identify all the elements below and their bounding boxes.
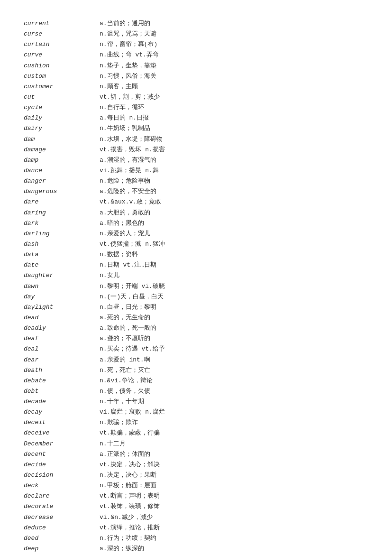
word-definition: vt.切，割，剪；减少	[100, 92, 368, 102]
list-item: decreasevi.&n.减少，减少	[24, 513, 368, 522]
word-term: custom	[24, 72, 100, 81]
word-term: day	[24, 292, 100, 302]
word-term: dance	[24, 166, 100, 176]
list-item: dailya.每日的 n.日报	[24, 113, 368, 123]
word-definition: a.当前的；通用的	[100, 19, 368, 28]
word-term: daylight	[24, 303, 100, 312]
word-definition: n.买卖；待遇 vt.给予	[100, 344, 368, 354]
list-item: curven.曲线；弯 vt.弄弯	[24, 50, 368, 60]
list-item: customn.习惯，风俗；海关	[24, 72, 368, 81]
word-definition: vi.&n.减少，减少	[100, 513, 368, 522]
word-term: dare	[24, 197, 100, 207]
word-term: dawn	[24, 282, 100, 291]
word-definition: n.甲板；舱面；层面	[100, 481, 368, 490]
word-definition: vt.&aux.v.敢；竟敢	[100, 197, 368, 207]
word-definition: a.聋的；不愿听的	[100, 334, 368, 343]
list-item: datan.数据；资料	[24, 250, 368, 259]
word-definition: n.自行车，循环	[100, 103, 368, 112]
list-item: decidevt.决定，决心；解决	[24, 460, 368, 470]
list-item: deducevt.演绎，推论，推断	[24, 523, 368, 533]
word-term: danger	[24, 176, 100, 186]
word-term: customer	[24, 82, 100, 92]
list-item: deada.死的，无生命的	[24, 313, 368, 323]
word-term: deal	[24, 344, 100, 354]
word-term: damage	[24, 145, 100, 155]
word-term: dear	[24, 355, 100, 365]
word-term: decay	[24, 407, 100, 417]
word-definition: vi.腐烂；衰败 n.腐烂	[100, 407, 368, 417]
word-term: daring	[24, 208, 100, 218]
list-item: deepa.深的；纵深的	[24, 544, 368, 554]
word-term: curse	[24, 29, 100, 39]
word-definition: vt.决定，决心；解决	[100, 460, 368, 470]
word-definition: a.暗的；黑色的	[100, 219, 368, 228]
word-definition: vt.装饰，装璜，修饰	[100, 502, 368, 511]
list-item: dangerousa.危险的，不安全的	[24, 187, 368, 196]
word-term: darling	[24, 229, 100, 239]
word-definition: n.垫子，坐垫，靠垫	[100, 61, 368, 71]
word-definition: n.顾客，主顾	[100, 82, 368, 92]
list-item: daten.日期 vt.注…日期	[24, 260, 368, 270]
word-term: daughter	[24, 271, 100, 280]
word-term: date	[24, 260, 100, 270]
word-definition: n.诅咒，咒骂；天谴	[100, 29, 368, 39]
word-definition: n.牛奶场；乳制品	[100, 124, 368, 133]
word-definition: n.危险；危险事物	[100, 176, 368, 186]
word-term: deaf	[24, 334, 100, 343]
word-definition: n.十二月	[100, 439, 368, 449]
word-term: decent	[24, 450, 100, 459]
list-item: deathn.死，死亡；灭亡	[24, 366, 368, 375]
word-term: deep	[24, 544, 100, 554]
word-definition: a.致命的，死一般的	[100, 324, 368, 333]
word-definition: a.潮湿的，有湿气的	[100, 156, 368, 165]
list-item: dampa.潮湿的，有湿气的	[24, 156, 368, 165]
list-item: dangern.危险；危险事物	[24, 176, 368, 186]
word-term: damp	[24, 156, 100, 165]
list-item: darevt.&aux.v.敢；竟敢	[24, 197, 368, 207]
word-definition: n.债，债务，欠债	[100, 387, 368, 396]
word-definition: n.(一)天，白昼，白天	[100, 292, 368, 302]
list-item: deafa.聋的；不愿听的	[24, 334, 368, 343]
list-item: cursen.诅咒，咒骂；天谴	[24, 29, 368, 39]
list-item: dawnn.黎明；开端 vi.破晓	[24, 282, 368, 291]
word-definition: a.深的；纵深的	[100, 544, 368, 554]
word-definition: n.帘，窗帘；幕(布)	[100, 40, 368, 49]
list-item: decaden.十年，十年期	[24, 397, 368, 407]
word-definition: n.数据；资料	[100, 250, 368, 259]
word-term: dam	[24, 135, 100, 144]
list-item: decenta.正派的；体面的	[24, 450, 368, 459]
word-term: cushion	[24, 61, 100, 71]
list-item: dairyn.牛奶场；乳制品	[24, 124, 368, 133]
word-list: currenta.当前的；通用的cursen.诅咒，咒骂；天谴curtainn.…	[24, 19, 368, 555]
word-definition: n.决定，决心；果断	[100, 471, 368, 480]
word-definition: vt.演绎，推论，推断	[100, 523, 368, 533]
list-item: dayn.(一)天，白昼，白天	[24, 292, 368, 302]
list-item: darka.暗的；黑色的	[24, 219, 368, 228]
word-definition: vt.欺骗，蒙蔽，行骗	[100, 428, 368, 438]
word-definition: a.大胆的，勇敢的	[100, 208, 368, 218]
list-item: dashvt.使猛撞；溅 n.猛冲	[24, 240, 368, 249]
word-definition: n.行为；功绩；契约	[100, 534, 368, 543]
word-definition: n.曲线；弯 vt.弄弯	[100, 50, 368, 60]
word-term: deed	[24, 534, 100, 543]
word-definition: n.习惯，风俗；海关	[100, 72, 368, 81]
list-item: dancevi.跳舞；摇晃 n.舞	[24, 166, 368, 176]
word-term: dairy	[24, 124, 100, 133]
word-definition: a.亲爱的 int.啊	[100, 355, 368, 365]
list-item: deedn.行为；功绩；契约	[24, 534, 368, 543]
word-term: deadly	[24, 324, 100, 333]
list-item: deadlya.致命的，死一般的	[24, 324, 368, 333]
word-term: debate	[24, 376, 100, 386]
word-term: cycle	[24, 103, 100, 112]
list-item: decayvi.腐烂；衰败 n.腐烂	[24, 407, 368, 417]
word-definition: n.日期 vt.注…日期	[100, 260, 368, 270]
list-item: customern.顾客，主顾	[24, 82, 368, 92]
list-item: decisionn.决定，决心；果断	[24, 471, 368, 480]
list-item: dealn.买卖；待遇 vt.给予	[24, 344, 368, 354]
list-item: deceitn.欺骗；欺诈	[24, 418, 368, 427]
list-item: declarevt.断言；声明；表明	[24, 491, 368, 501]
word-definition: vt.损害，毁坏 n.损害	[100, 145, 368, 155]
word-definition: n.欺骗；欺诈	[100, 418, 368, 427]
list-item: curtainn.帘，窗帘；幕(布)	[24, 40, 368, 49]
word-term: decrease	[24, 513, 100, 522]
